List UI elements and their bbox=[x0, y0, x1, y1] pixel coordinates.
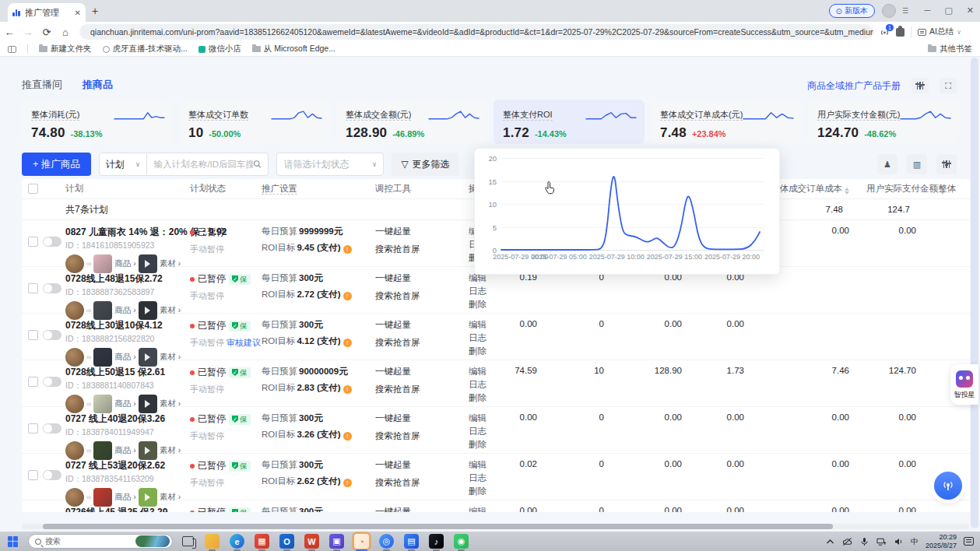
plan-title[interactable]: 0726线上45 退25 保3.29 bbox=[65, 506, 184, 512]
action-edit[interactable]: 编辑 bbox=[469, 506, 498, 512]
plan-title[interactable]: 0728线上30退10保4.12 bbox=[65, 319, 184, 332]
material-link[interactable]: 素材 › bbox=[160, 445, 181, 456]
smart-assistant-widget[interactable]: 智投星 bbox=[950, 364, 978, 405]
plan-title[interactable]: 0728线上50退15 保2.61 bbox=[65, 366, 184, 379]
new-version-button[interactable]: ⊙新版本 bbox=[829, 4, 875, 18]
plan-title[interactable]: 0727 线上40退20保3.26 bbox=[65, 412, 184, 426]
tool-search-top-screen[interactable]: 搜索抢首屏 bbox=[375, 290, 462, 302]
row-enable-toggle[interactable] bbox=[43, 423, 61, 433]
taskbar-search[interactable]: 搜索 bbox=[28, 534, 173, 549]
plan-title[interactable]: 0727 线上53退20保2.62 bbox=[65, 459, 184, 472]
row-checkbox[interactable] bbox=[28, 470, 38, 480]
qianchuan-app-icon[interactable]: ◔ bbox=[354, 534, 369, 549]
row-checkbox[interactable] bbox=[28, 283, 38, 293]
reload-button[interactable]: ⟳ bbox=[37, 26, 56, 38]
action-log[interactable]: 日志 bbox=[469, 472, 498, 484]
row-enable-toggle[interactable] bbox=[43, 330, 61, 340]
tab-close-icon[interactable]: ✕ bbox=[75, 9, 81, 17]
new-tab-button[interactable]: + bbox=[92, 5, 98, 16]
microphone-icon[interactable] bbox=[859, 537, 869, 546]
wechat-store-icon[interactable]: ◉ bbox=[454, 534, 469, 549]
browser-menu-icon[interactable]: ☰ bbox=[902, 7, 912, 15]
product-link[interactable]: 商品 › bbox=[114, 445, 135, 456]
product-link[interactable]: 商品 › bbox=[114, 398, 135, 409]
vertical-scrollbar[interactable] bbox=[971, 58, 978, 528]
window-maximize-button[interactable]: ▢ bbox=[944, 5, 952, 16]
plan-status-select[interactable]: 请筛选计划状态∨ bbox=[276, 153, 384, 176]
red-store-app-icon[interactable]: ▦ bbox=[255, 534, 269, 549]
tool-one-click-boost[interactable]: 一键起量 bbox=[375, 366, 462, 377]
blue-square-app-icon[interactable]: ▤ bbox=[404, 534, 419, 549]
export-user-icon[interactable]: ♟ bbox=[877, 154, 897, 174]
row-enable-toggle[interactable] bbox=[43, 377, 61, 387]
tool-one-click-boost[interactable]: 一键起量 bbox=[375, 226, 462, 237]
stat-card[interactable]: 整体成交金额(元) 128.90 -46.89% bbox=[336, 100, 487, 144]
taskbar-clock[interactable]: 20:29 2025/8/27 bbox=[926, 533, 957, 550]
volume-icon[interactable] bbox=[894, 537, 904, 546]
tray-chevron-up-icon[interactable] bbox=[825, 537, 835, 546]
action-edit[interactable]: 编辑 bbox=[469, 319, 498, 331]
column-control-tools[interactable]: 调控工具 bbox=[369, 183, 462, 195]
ai-summary-button[interactable]: AI总结 ∨ bbox=[911, 26, 961, 37]
row-enable-toggle[interactable] bbox=[43, 283, 61, 293]
search-input[interactable] bbox=[153, 160, 253, 169]
tool-one-click-boost[interactable]: 一键起量 bbox=[375, 506, 462, 512]
plan-type-select[interactable]: 计划∨ bbox=[99, 153, 148, 176]
product-link[interactable]: 商品 › bbox=[114, 305, 135, 316]
url-bar[interactable]: qianchuan.jinritemai.com/uni-prom?aavid=… bbox=[79, 24, 873, 40]
tool-search-top-screen[interactable]: 搜索抢首屏 bbox=[375, 384, 462, 395]
home-button[interactable]: ⌂ bbox=[56, 26, 75, 38]
stat-card[interactable]: 整体成交订单成本(元) 7.48 +23.84% bbox=[651, 100, 802, 144]
row-checkbox[interactable] bbox=[28, 330, 38, 340]
horizontal-scrollbar[interactable] bbox=[22, 524, 969, 529]
action-delete[interactable]: 删除 bbox=[469, 346, 498, 357]
tool-search-top-screen[interactable]: 搜索抢首屏 bbox=[375, 430, 462, 442]
info-icon[interactable]: ! bbox=[343, 339, 352, 347]
tool-one-click-boost[interactable]: 一键起量 bbox=[375, 272, 462, 284]
material-link[interactable]: 素材 › bbox=[160, 398, 181, 409]
column-user-paid[interactable]: 用户实际支付金额 bbox=[860, 183, 927, 195]
fullscreen-button[interactable]: ⛶ bbox=[940, 78, 957, 93]
action-edit[interactable]: 编辑 bbox=[469, 412, 498, 424]
outlook-icon[interactable]: O bbox=[279, 534, 294, 549]
action-edit[interactable]: 编辑 bbox=[469, 366, 498, 377]
stat-card[interactable]: 整体成交订单数 10 -50.00% bbox=[179, 100, 330, 144]
forward-button[interactable]: → bbox=[19, 26, 37, 38]
broadcast-extension-icon[interactable]: 1 bbox=[880, 27, 890, 37]
action-log[interactable]: 日志 bbox=[469, 286, 498, 297]
material-link[interactable]: 素材 › bbox=[160, 352, 181, 363]
action-log[interactable]: 日志 bbox=[469, 332, 498, 344]
product-link[interactable]: 商品 › bbox=[114, 352, 135, 363]
row-checkbox[interactable] bbox=[28, 237, 38, 247]
plan-title[interactable]: 0827 儿童雨衣 14% 退：20% 保：9.92 bbox=[65, 226, 184, 239]
info-icon[interactable]: ! bbox=[343, 479, 352, 487]
tool-one-click-boost[interactable]: 一键起量 bbox=[375, 459, 462, 471]
row-checkbox[interactable] bbox=[28, 377, 38, 387]
browser-profile-avatar[interactable] bbox=[882, 4, 896, 18]
action-delete[interactable]: 删除 bbox=[469, 392, 498, 404]
stat-card[interactable]: 用户实际支付金额(元) 124.70 -48.62% bbox=[808, 100, 959, 144]
material-link[interactable]: 素材 › bbox=[160, 305, 181, 316]
material-link[interactable]: 素材 › bbox=[160, 492, 181, 503]
action-log[interactable]: 日志 bbox=[469, 426, 498, 437]
boost-float-button[interactable] bbox=[934, 472, 962, 500]
stat-card[interactable]: 整体消耗(元) 74.80 -38.13% bbox=[22, 100, 173, 144]
settings-icon[interactable] bbox=[936, 154, 957, 174]
back-button[interactable]: ← bbox=[0, 26, 19, 38]
more-filters-button[interactable]: ▽更多筛选 bbox=[392, 153, 458, 176]
stat-card[interactable]: 整体支付ROI 1.72 -14.43% bbox=[494, 100, 645, 144]
wps-icon[interactable]: W bbox=[304, 534, 319, 549]
task-view-button[interactable] bbox=[182, 536, 194, 546]
bookmark-item[interactable]: 微信小店 bbox=[198, 44, 241, 54]
tool-search-top-screen[interactable]: 搜索抢首屏 bbox=[375, 337, 462, 349]
tab-product[interactable]: 推商品 bbox=[83, 78, 113, 92]
window-minimize-button[interactable]: ─ bbox=[925, 5, 931, 16]
material-link[interactable]: 素材 › bbox=[160, 258, 181, 269]
bookmark-item[interactable]: 新建文件夹 bbox=[39, 44, 92, 54]
row-enable-toggle[interactable] bbox=[43, 470, 61, 480]
promote-product-button[interactable]: + 推广商品 bbox=[22, 153, 91, 176]
action-log[interactable]: 日志 bbox=[469, 379, 498, 391]
tool-search-top-screen[interactable]: 搜索抢首屏 bbox=[375, 244, 462, 255]
row-enable-toggle[interactable] bbox=[43, 237, 61, 247]
product-link[interactable]: 商品 › bbox=[114, 492, 135, 503]
